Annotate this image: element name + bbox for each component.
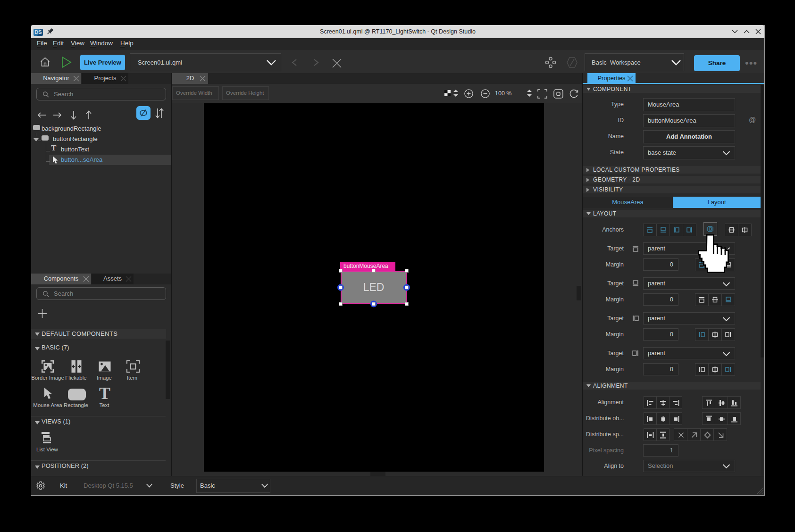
svg-text:T: T — [51, 143, 57, 152]
